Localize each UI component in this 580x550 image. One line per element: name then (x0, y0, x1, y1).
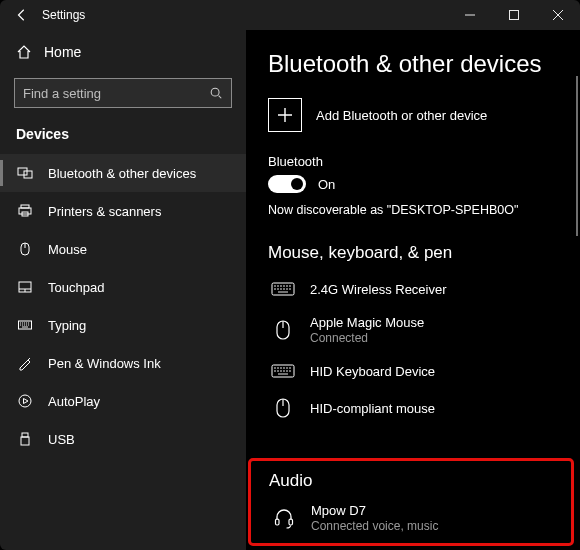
search-input[interactable] (23, 86, 209, 101)
search-box[interactable] (14, 78, 232, 108)
svg-rect-5 (19, 208, 31, 214)
device-row[interactable]: 2.4G Wireless Receiver (268, 275, 564, 309)
touchpad-icon (16, 279, 34, 295)
sidebar-item-usb[interactable]: USB (0, 420, 246, 458)
sidebar-item-mouse[interactable]: Mouse (0, 230, 246, 268)
window-title: Settings (42, 8, 222, 22)
sidebar-item-label: Typing (48, 318, 86, 333)
usb-icon (16, 431, 34, 447)
home-icon (16, 44, 32, 60)
home-nav[interactable]: Home (0, 36, 246, 68)
device-name: Apple Magic Mouse (310, 315, 424, 330)
sidebar-item-label: Touchpad (48, 280, 104, 295)
sidebar: Home Devices Bluetooth & other devices P… (0, 30, 246, 550)
sidebar-item-bluetooth[interactable]: Bluetooth & other devices (0, 154, 246, 192)
search-icon (209, 86, 223, 100)
page-title: Bluetooth & other devices (268, 50, 564, 78)
svg-rect-12 (21, 437, 29, 445)
svg-rect-0 (510, 11, 519, 20)
device-status: Connected (310, 331, 424, 345)
device-row[interactable]: Mpow D7 Connected voice, music (269, 497, 557, 535)
mouse-icon (270, 397, 296, 419)
device-status: Connected voice, music (311, 519, 438, 533)
autoplay-icon (16, 393, 34, 409)
device-name: Mpow D7 (311, 503, 438, 518)
bluetooth-toggle[interactable] (268, 175, 306, 193)
titlebar: Settings (0, 0, 580, 30)
sidebar-item-label: Printers & scanners (48, 204, 161, 219)
add-device-label: Add Bluetooth or other device (316, 108, 487, 123)
maximize-button[interactable] (492, 0, 536, 30)
scrollbar[interactable] (576, 76, 578, 236)
sidebar-item-printers[interactable]: Printers & scanners (0, 192, 246, 230)
sidebar-item-pen[interactable]: Pen & Windows Ink (0, 344, 246, 382)
svg-point-10 (19, 395, 31, 407)
sidebar-item-label: Bluetooth & other devices (48, 166, 196, 181)
category-header: Devices (0, 122, 246, 154)
audio-section-highlight: Audio Mpow D7 Connected voice, music (248, 458, 574, 546)
bluetooth-label: Bluetooth (268, 154, 564, 169)
device-row[interactable]: Apple Magic Mouse Connected (268, 309, 564, 357)
section-audio-title: Audio (269, 471, 557, 491)
discoverable-text: Now discoverable as "DESKTOP-SPEHB0O" (268, 203, 564, 217)
content-area: Bluetooth & other devices Add Bluetooth … (246, 30, 580, 550)
headset-icon (271, 507, 297, 529)
keyboard-icon (270, 363, 296, 379)
devices-icon (16, 165, 34, 181)
bluetooth-state: On (318, 177, 335, 192)
printer-icon (16, 203, 34, 219)
mouse-icon (16, 241, 34, 257)
sidebar-item-label: USB (48, 432, 75, 447)
back-button[interactable] (8, 8, 36, 22)
nav-list: Bluetooth & other devices Printers & sca… (0, 154, 246, 458)
sidebar-item-typing[interactable]: Typing (0, 306, 246, 344)
sidebar-item-label: Mouse (48, 242, 87, 257)
device-name: HID Keyboard Device (310, 364, 435, 379)
mouse-icon (270, 319, 296, 341)
sidebar-item-touchpad[interactable]: Touchpad (0, 268, 246, 306)
main: Home Devices Bluetooth & other devices P… (0, 30, 580, 550)
sidebar-item-autoplay[interactable]: AutoPlay (0, 382, 246, 420)
svg-point-1 (211, 88, 219, 96)
device-row[interactable]: HID Keyboard Device (268, 357, 564, 391)
pen-icon (16, 355, 34, 371)
device-name: 2.4G Wireless Receiver (310, 282, 447, 297)
sidebar-item-label: AutoPlay (48, 394, 100, 409)
keyboard-icon (270, 281, 296, 297)
minimize-button[interactable] (448, 0, 492, 30)
device-row[interactable]: HID-compliant mouse (268, 391, 564, 431)
keyboard-icon (16, 317, 34, 333)
section-mouse-title: Mouse, keyboard, & pen (268, 243, 564, 263)
device-name: HID-compliant mouse (310, 401, 435, 416)
svg-rect-11 (22, 433, 28, 437)
home-label: Home (44, 44, 81, 60)
add-device-button[interactable]: Add Bluetooth or other device (268, 98, 564, 132)
plus-icon (268, 98, 302, 132)
close-button[interactable] (536, 0, 580, 30)
sidebar-item-label: Pen & Windows Ink (48, 356, 161, 371)
